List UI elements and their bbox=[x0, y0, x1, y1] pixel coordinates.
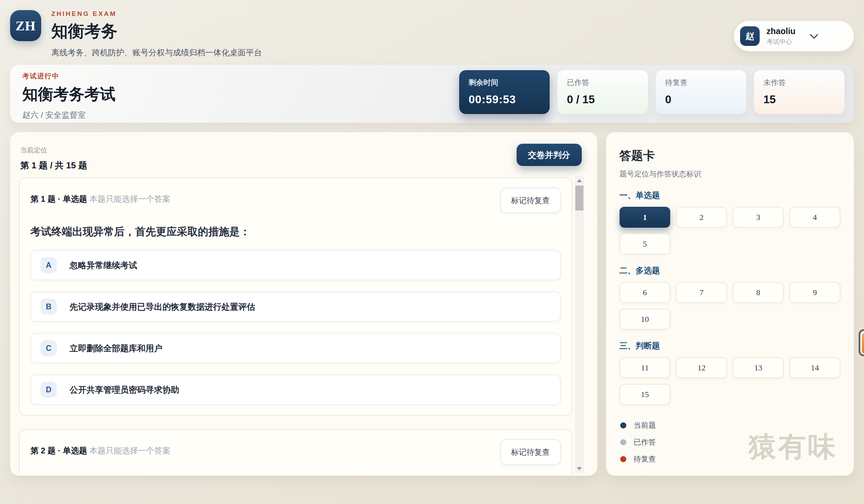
question-number-tile-2[interactable]: 2 bbox=[676, 207, 727, 228]
brand-subtitle: 离线考务、跨机防护、账号分权与成绩归档一体化桌面平台 bbox=[51, 47, 262, 58]
question-header: 第 1 题 · 单选题 本题只能选择一个答案 标记待复查 bbox=[31, 187, 561, 213]
exam-banner: 考试进行中 知衡考务考试 赵六 / 安全监督室 剩余时间 00:59:53 已作… bbox=[10, 65, 854, 123]
question-number-tile-9[interactable]: 9 bbox=[789, 282, 840, 303]
option-text: 公开共享管理员密码寻求协助 bbox=[70, 384, 179, 395]
question-scroll-area[interactable]: 第 1 题 · 单选题 本题只能选择一个答案 标记待复查 考试终端出现异常后，首… bbox=[19, 177, 572, 474]
watermark: 猿有味 bbox=[748, 428, 838, 466]
option-letter-badge: C bbox=[40, 340, 57, 356]
user-name: zhaoliu bbox=[766, 26, 795, 36]
question-number-tile-13[interactable]: 13 bbox=[733, 357, 784, 378]
page-scroll-thumb bbox=[862, 334, 864, 353]
user-info: zhaoliu 考试中心 bbox=[766, 26, 795, 46]
exam-app: ZH ZHIHENG EXAM 知衡考务 离线考务、跨机防护、账号分权与成绩归档… bbox=[0, 0, 864, 504]
stat-value: 0 bbox=[665, 93, 737, 106]
legend-label: 已作答 bbox=[634, 437, 656, 447]
legend-label: 待复查 bbox=[634, 454, 656, 464]
main-content: 当前定位 第 1 题 / 共 15 题 交卷并判分 第 1 题 · 单选题 本题… bbox=[10, 132, 854, 476]
submit-exam-button[interactable]: 交卷并判分 bbox=[517, 144, 582, 166]
option-d[interactable]: D 公开共享管理员密码寻求协助 bbox=[31, 374, 561, 405]
legend-flagged: 待复查 bbox=[620, 454, 656, 464]
tile-grid-judge: 11 12 13 14 15 bbox=[620, 357, 840, 405]
question-header-text: 第 1 题 · 单选题 本题只能选择一个答案 bbox=[31, 187, 170, 205]
stat-value: 00:59:53 bbox=[469, 93, 540, 106]
stat-label: 剩余时间 bbox=[469, 77, 540, 88]
question-number-tile-7[interactable]: 7 bbox=[676, 282, 727, 303]
option-letter-badge: D bbox=[40, 382, 57, 398]
brand-logo: ZH bbox=[10, 10, 41, 41]
answer-card-title: 答题卡 bbox=[620, 148, 840, 164]
stat-label: 未作答 bbox=[764, 77, 835, 88]
question-number-tile-1[interactable]: 1 bbox=[620, 207, 671, 228]
question-number-tile-11[interactable]: 11 bbox=[620, 357, 671, 378]
chevron-down-icon bbox=[809, 30, 818, 39]
stat-flagged: 待复查 0 bbox=[656, 70, 746, 114]
question-number-tile-3[interactable]: 3 bbox=[733, 207, 784, 228]
option-c[interactable]: C 立即删除全部题库和用户 bbox=[31, 333, 561, 363]
question-number-tile-14[interactable]: 14 bbox=[789, 357, 840, 378]
question-note: 本题只能选择一个答案 bbox=[89, 446, 170, 455]
question-index: 第 1 题 · 单选题 bbox=[31, 194, 87, 204]
tile-grid-single: 1 2 3 4 5 bbox=[620, 207, 840, 254]
tile-grid-multi: 6 7 8 9 10 bbox=[620, 282, 840, 330]
section-true-false: 三、判断题 bbox=[620, 340, 840, 351]
question-card-2: 第 2 题 · 单选题 本题只能选择一个答案 标记待复查 用户导入模板中的“状态… bbox=[19, 429, 572, 474]
question-note: 本题只能选择一个答案 bbox=[89, 194, 170, 204]
option-letter-badge: A bbox=[40, 257, 57, 273]
legend-answered: 已作答 bbox=[620, 437, 656, 447]
option-letter-badge: B bbox=[40, 298, 57, 315]
question-number-tile-15[interactable]: 15 bbox=[620, 384, 671, 405]
question-card-1: 第 1 题 · 单选题 本题只能选择一个答案 标记待复查 考试终端出现异常后，首… bbox=[19, 177, 572, 416]
option-text: 忽略异常继续考试 bbox=[70, 260, 137, 271]
stat-remaining-time: 剩余时间 00:59:53 bbox=[459, 70, 550, 114]
position-value: 第 1 题 / 共 15 题 bbox=[20, 160, 572, 171]
question-number-tile-6[interactable]: 6 bbox=[620, 282, 671, 303]
page-scroll-indicator[interactable] bbox=[859, 329, 864, 356]
avatar: 赵 bbox=[740, 26, 760, 46]
legend-label: 当前题 bbox=[634, 420, 656, 430]
question-number-tile-5[interactable]: 5 bbox=[620, 233, 671, 254]
flagged-dot-icon bbox=[620, 456, 626, 462]
stat-answered: 已作答 0 / 15 bbox=[557, 70, 648, 114]
option-text: 先记录现象并使用已导出的恢复数据进行处置评估 bbox=[70, 301, 255, 312]
legend-current: 当前题 bbox=[620, 420, 656, 430]
answer-card-subtitle: 题号定位与作答状态标识 bbox=[620, 169, 840, 179]
question-number-tile-10[interactable]: 10 bbox=[620, 309, 671, 330]
question-index: 第 2 题 · 单选题 bbox=[31, 446, 87, 455]
option-b[interactable]: B 先记录现象并使用已导出的恢复数据进行处置评估 bbox=[31, 292, 561, 322]
brand-title: 知衡考务 bbox=[51, 20, 262, 42]
scroll-up-icon[interactable] bbox=[575, 176, 584, 185]
scroll-down-icon[interactable] bbox=[575, 464, 584, 473]
section-single-choice: 一、单选题 bbox=[620, 190, 840, 201]
user-menu[interactable]: 赵 zhaoliu 考试中心 bbox=[734, 21, 854, 51]
question-header: 第 2 题 · 单选题 本题只能选择一个答案 标记待复查 bbox=[31, 439, 561, 465]
scrollbar-thumb[interactable] bbox=[575, 186, 584, 210]
stat-value: 0 / 15 bbox=[567, 93, 638, 106]
section-multi-choice: 二、多选题 bbox=[620, 265, 840, 276]
option-text: 立即删除全部题库和用户 bbox=[70, 343, 163, 354]
question-header-text: 第 2 题 · 单选题 本题只能选择一个答案 bbox=[31, 439, 170, 456]
question-number-tile-4[interactable]: 4 bbox=[789, 207, 840, 228]
mark-review-button[interactable]: 标记待复查 bbox=[500, 187, 561, 213]
question-number-tile-12[interactable]: 12 bbox=[676, 357, 727, 378]
brand-block: ZHIHENG EXAM 知衡考务 离线考务、跨机防护、账号分权与成绩归档一体化… bbox=[51, 9, 262, 58]
stat-cards: 剩余时间 00:59:53 已作答 0 / 15 待复查 0 未作答 15 bbox=[459, 70, 844, 114]
answer-card-panel: 答题卡 题号定位与作答状态标识 一、单选题 1 2 3 4 5 二、多选题 6 … bbox=[606, 132, 854, 476]
question-toolbar: 当前定位 第 1 题 / 共 15 题 交卷并判分 bbox=[19, 146, 572, 176]
answered-dot-icon bbox=[620, 439, 626, 445]
stat-value: 15 bbox=[764, 93, 835, 106]
user-role: 考试中心 bbox=[766, 37, 795, 46]
question-text: 考试终端出现异常后，首先更应采取的措施是： bbox=[31, 225, 561, 239]
question-number-tile-8[interactable]: 8 bbox=[733, 282, 784, 303]
question-scrollbar[interactable] bbox=[575, 176, 584, 473]
stat-label: 待复查 bbox=[665, 77, 737, 88]
brand-eyebrow: ZHIHENG EXAM bbox=[51, 10, 262, 17]
app-header: ZH ZHIHENG EXAM 知衡考务 离线考务、跨机防护、账号分权与成绩归档… bbox=[0, 0, 864, 58]
status-legend: 当前题 已作答 待复查 bbox=[620, 414, 656, 464]
option-a[interactable]: A 忽略异常继续考试 bbox=[31, 250, 561, 280]
stat-label: 已作答 bbox=[567, 77, 638, 88]
position-label: 当前定位 bbox=[20, 146, 572, 155]
mark-review-button[interactable]: 标记待复查 bbox=[500, 439, 561, 465]
question-panel: 当前定位 第 1 题 / 共 15 题 交卷并判分 第 1 题 · 单选题 本题… bbox=[10, 132, 597, 476]
current-question-dot-icon bbox=[620, 422, 626, 428]
stat-unanswered: 未作答 15 bbox=[754, 70, 844, 114]
